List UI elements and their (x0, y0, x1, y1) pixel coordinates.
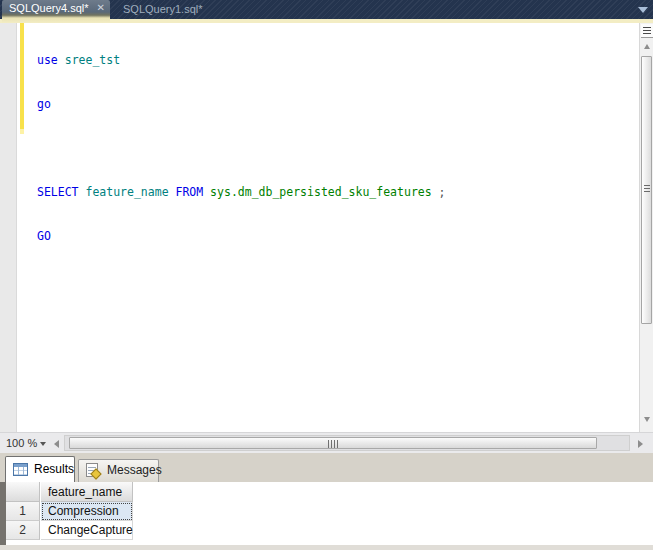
thumb-grip-icon (328, 440, 338, 448)
scroll-up-icon[interactable] (644, 44, 650, 49)
sql-operator: ; (439, 185, 446, 199)
sql-keyword: GO (37, 229, 51, 243)
sql-identifier: sree_tst (65, 53, 120, 67)
grid-cell[interactable]: ChangeCapture (41, 521, 133, 540)
code-line: GO (37, 228, 446, 244)
code-area[interactable]: use sree_tst go SELECT feature_name FROM… (37, 24, 446, 272)
results-pane: Messages Results feature_name 1 Compress… (0, 453, 653, 550)
column-header-feature-name[interactable]: feature_name (41, 482, 133, 502)
scroll-right-icon[interactable] (638, 440, 643, 448)
tab-results[interactable]: Results (5, 456, 75, 482)
sql-object-name: sys.dm_db_persisted_sku_features (210, 185, 438, 199)
zoom-value: 100 % (6, 437, 37, 449)
pane-bottom-strip (0, 545, 653, 550)
tab-messages[interactable]: Messages (78, 459, 159, 482)
code-line: go (37, 96, 446, 112)
changed-lines-bar-tail (20, 129, 24, 134)
splitter-grip-icon (643, 27, 651, 35)
row-header[interactable]: 2 (6, 521, 40, 540)
sql-identifier: feature_name (85, 185, 175, 199)
tab-sqlquery4[interactable]: SQLQuery4.sql* ✕ (2, 0, 110, 23)
chevron-down-icon (40, 442, 46, 446)
tab-label: Results (34, 462, 74, 476)
vertical-scrollbar[interactable] (639, 23, 653, 432)
splitter-handle[interactable] (641, 24, 653, 38)
tab-label: Messages (107, 463, 162, 477)
zoom-selector[interactable]: 100 % (4, 436, 50, 451)
sql-keyword: use (37, 53, 65, 67)
sql-keyword: go (37, 97, 51, 111)
sql-keyword: SELECT (37, 185, 85, 199)
results-grid: feature_name 1 Compression 2 ChangeCaptu… (0, 482, 653, 550)
horizontal-scrollbar[interactable] (64, 435, 630, 451)
editor-indicator-margin (0, 23, 17, 432)
vertical-scroll-thumb[interactable] (641, 56, 652, 324)
close-icon[interactable]: ✕ (97, 2, 105, 14)
grid-corner-cell[interactable] (6, 482, 40, 502)
scroll-down-icon[interactable] (644, 417, 650, 422)
sql-keyword: FROM (175, 185, 210, 199)
tab-label: SQLQuery1.sql* (123, 3, 202, 15)
document-tab-bar: SQLQuery1.sql* SQLQuery4.sql* ✕ (0, 0, 653, 19)
tab-sqlquery1[interactable]: SQLQuery1.sql* (113, 0, 212, 19)
editor-bottom-bar: 100 % (0, 432, 653, 453)
scroll-left-icon[interactable] (54, 440, 59, 448)
results-grid-icon (13, 463, 28, 476)
row-header[interactable]: 1 (6, 502, 40, 521)
horizontal-scroll-thumb[interactable] (69, 437, 597, 449)
grid-cell[interactable]: Compression (41, 502, 133, 521)
code-line: use sree_tst (37, 52, 446, 68)
code-line: SELECT feature_name FROM sys.dm_db_persi… (37, 184, 446, 200)
ssms-window: SQLQuery1.sql* SQLQuery4.sql* ✕ use sree… (0, 0, 653, 550)
tab-label: SQLQuery4.sql* (9, 2, 88, 14)
code-line (37, 140, 446, 156)
messages-icon (86, 463, 98, 477)
sql-editor[interactable]: use sree_tst go SELECT feature_name FROM… (0, 23, 653, 432)
tab-list-dropdown-icon[interactable] (638, 7, 648, 13)
thumb-grip-icon (644, 185, 650, 194)
changed-lines-bar (20, 23, 24, 129)
